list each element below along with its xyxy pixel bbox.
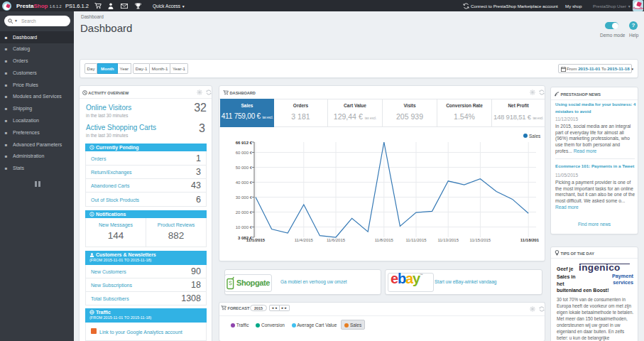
svg-text:11/1/2015: 11/1/2015 <box>246 238 266 242</box>
svg-text:11/11/2015: 11/11/2015 <box>405 238 427 242</box>
svg-text:11/15/2015: 11/15/2015 <box>470 238 491 242</box>
svg-text:11/6/2015: 11/6/2015 <box>327 238 346 242</box>
svg-text:10 000 €: 10 000 € <box>236 225 253 229</box>
svg-text:11/8/2015: 11/8/2015 <box>375 238 394 242</box>
svg-text:11/18/201: 11/18/201 <box>520 238 540 242</box>
svg-text:Sales: Sales <box>529 134 541 139</box>
svg-text:40 000 €: 40 000 € <box>236 180 253 185</box>
svg-text:30 000 €: 30 000 € <box>236 195 253 200</box>
svg-text:66 912 €: 66 912 € <box>236 141 253 145</box>
svg-text:20 000 €: 20 000 € <box>236 210 253 215</box>
svg-text:11/13/2015: 11/13/2015 <box>437 238 459 242</box>
svg-text:50 000 €: 50 000 € <box>236 166 253 170</box>
svg-text:60 000 €: 60 000 € <box>236 151 253 155</box>
svg-text:11/4/2015: 11/4/2015 <box>295 238 314 242</box>
